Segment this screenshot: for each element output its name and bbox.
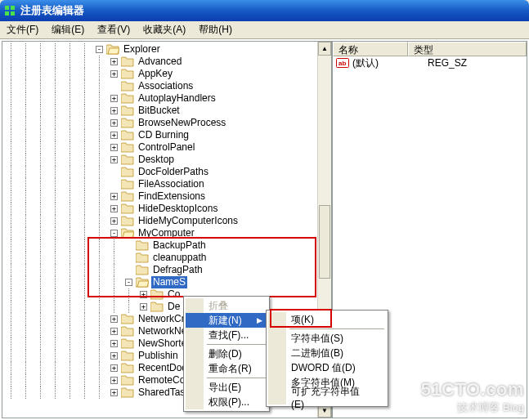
tree-item[interactable]: +Co [4,288,331,301]
menu-label-string: 字符串值(S) [291,332,343,346]
tree-item[interactable]: FileAssociation [4,178,331,190]
window-title: 注册表编辑器 [20,3,84,18]
menu-item-binary-value[interactable]: 二进制值(B) [268,346,386,360]
menu-help[interactable]: 帮助(H) [195,21,235,38]
expander-icon[interactable]: - [110,230,118,237]
tree-item[interactable]: +AppKey [4,68,331,80]
tree-label: De [166,301,182,313]
expander-icon[interactable]: + [110,315,118,323]
menu-item-string-value[interactable]: 字符串值(S) [268,331,386,346]
tree-item[interactable]: +Advanced [4,56,331,68]
tree-item[interactable]: -Explorer [4,43,331,56]
expander-icon[interactable]: + [140,291,147,298]
folder-icon [121,326,134,337]
menu-separator [207,378,266,378]
value-name: (默认) [352,56,428,70]
scroll-thumb[interactable] [319,205,330,279]
expander-icon[interactable]: + [140,303,147,311]
menu-item-export[interactable]: 导出(E) [186,380,267,395]
folder-icon [121,314,134,324]
tree-item[interactable]: +BitBucket [4,105,331,117]
tree-item[interactable]: DefragPath [4,264,331,276]
context-menu[interactable]: 折叠 新建(N) ▶ 查找(F)... 删除(D) 重命名(R) 导出(E) 权… [183,296,270,412]
expander-icon[interactable]: + [110,119,118,127]
submenu-new[interactable]: 项(K) 字符串值(S) 二进制值(B) DWORD 值(D) 多字符串值(M)… [266,310,388,407]
menu-view[interactable]: 查看(V) [94,21,133,38]
tree-item[interactable]: +CD Burning [4,129,331,141]
tree-item[interactable]: +Desktop [4,154,331,166]
tree-label: cleanuppath [151,252,208,264]
col-header-name[interactable]: 名称 [333,42,408,56]
tree-item[interactable]: +HideDesktopIcons [4,203,331,215]
list-header: 名称 类型 [333,42,527,56]
menu-item-permissions[interactable]: 权限(P)... [186,395,267,409]
value-type: REG_SZ [428,57,523,69]
tree-label: HideMyComputerIcons [137,215,240,227]
expander-icon[interactable]: + [110,340,118,347]
menu-item-new[interactable]: 新建(N) ▶ [186,313,267,328]
expander-icon[interactable]: + [110,217,118,225]
expander-icon[interactable]: + [110,58,118,65]
menu-label-collapse: 折叠 [208,299,228,313]
tree-label: RecentDoc [137,362,188,374]
expander-icon[interactable]: - [96,46,103,53]
tree-item[interactable]: +FindExtensions [4,190,331,203]
expander-icon[interactable]: + [110,377,118,384]
menu-item-collapse[interactable]: 折叠 [186,298,267,313]
tree-item[interactable]: +ControlPanel [4,141,331,154]
tree-item[interactable]: -NameS [4,276,331,288]
folder-icon [121,105,134,116]
tree-label: SharedTas [137,386,186,399]
tree-label: Advanced [137,56,183,68]
menu-item-dword-value[interactable]: DWORD 值(D) [268,360,386,375]
col-header-type[interactable]: 类型 [408,42,527,56]
menu-label-permissions: 权限(P)... [208,395,249,409]
tree-item[interactable]: +HideMyComputerIcons [4,215,331,227]
expander-icon[interactable]: + [110,132,118,139]
menu-item-delete[interactable]: 删除(D) [186,346,267,361]
tree-item[interactable]: DocFolderPaths [4,166,331,178]
menu-edit[interactable]: 编辑(E) [48,21,87,38]
tree-item[interactable]: -MyComputer [4,227,331,239]
expander-icon[interactable]: + [110,352,118,360]
tree-item[interactable]: cleanuppath [4,252,331,264]
expander-icon[interactable]: + [110,107,118,114]
tree-label: HideDesktopIcons [137,203,219,215]
menu-label-key: 项(K) [291,313,314,327]
menu-file[interactable]: 文件(F) [3,21,42,38]
menu-separator [207,344,266,345]
expander-icon[interactable]: + [110,193,118,200]
expander-icon[interactable]: + [110,389,118,396]
menu-favorites[interactable]: 收藏夹(A) [140,21,189,38]
menu-item-expandstring-value[interactable]: 可扩充字符串值(E) [268,390,386,404]
folder-icon [121,375,134,386]
expander-icon[interactable]: + [110,70,118,78]
menu-item-key[interactable]: 项(K) [268,312,386,327]
scroll-up-icon[interactable]: ▲ [318,42,331,56]
tree-label: ControlPanel [137,141,196,154]
expander-icon[interactable]: + [110,95,118,102]
expander-icon[interactable]: + [110,205,118,212]
list-row[interactable]: ab (默认) REG_SZ [333,56,527,69]
expander-icon[interactable]: + [110,144,118,151]
tree-label: DefragPath [151,264,204,276]
tree-item[interactable]: +BrowseNewProcess [4,117,331,129]
expander-icon[interactable]: - [125,279,132,286]
menu-label-find: 查找(F)... [208,328,249,342]
folder-icon [121,203,134,214]
folder-icon [136,240,149,251]
tree-item[interactable]: Associations [4,80,331,92]
menu-item-find[interactable]: 查找(F)... [186,328,267,342]
tree-item[interactable]: +AutoplayHandlers [4,92,331,105]
expander-icon[interactable]: + [110,156,118,163]
expander-icon[interactable]: + [110,364,118,372]
menu-item-rename[interactable]: 重命名(R) [186,361,267,376]
expander-icon[interactable]: + [110,328,118,335]
app-icon [3,4,16,17]
tree-label: Desktop [137,154,176,166]
tree-item[interactable]: BackupPath [4,239,331,252]
menu-label-dword: DWORD 值(D) [291,361,356,375]
menu-label-delete: 删除(D) [208,347,242,361]
tree-label: Associations [137,80,195,92]
title-bar: 注册表编辑器 [0,0,529,21]
